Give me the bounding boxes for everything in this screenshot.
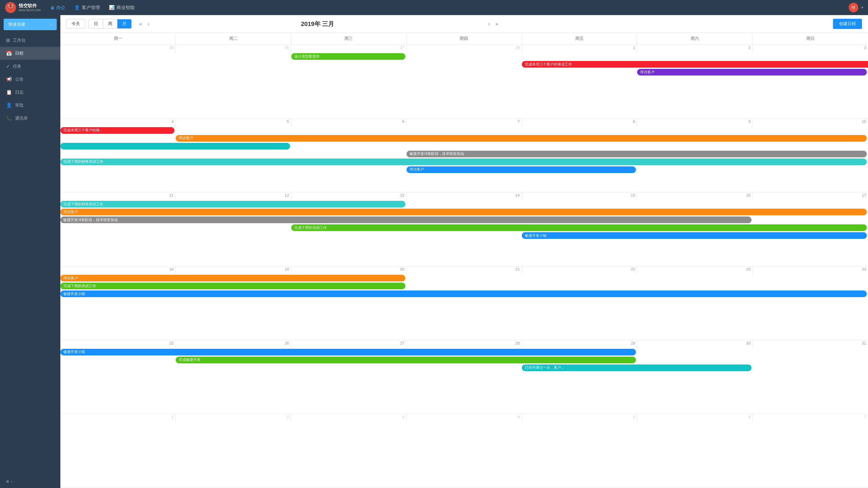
calendar-title: 2019年 三月 xyxy=(155,20,480,28)
contacts-icon: 📞 xyxy=(6,115,12,121)
event-bar-w2-e3[interactable]: 完成下周的培训工作 xyxy=(291,224,867,231)
calendar-week-5: 1234567 xyxy=(60,414,868,488)
date-num-w4-d1: 26 xyxy=(178,341,289,345)
date-num-w0-d4: 1 xyxy=(524,45,635,50)
logo-area: 悟空软件 www.5kcrm.com xyxy=(5,2,41,13)
customer-icon: 👤 xyxy=(74,5,80,10)
calendar-header: 今天 日 周 月 « ‹ 2019年 三月 › » 创建日程 xyxy=(60,15,868,33)
event-bar-w4-e2[interactable]: 已经沟通过一次，客户... xyxy=(522,365,751,371)
date-num-w1-d5: 9 xyxy=(639,119,750,124)
top-right: 悟 ▾ xyxy=(849,3,863,12)
date-num-w4-d6: 31 xyxy=(754,341,866,345)
events-layer-w5 xyxy=(60,422,868,449)
svg-point-5 xyxy=(12,5,13,6)
date-num-w1-d2: 6 xyxy=(293,119,404,124)
events-layer-w2: 完成下周的销售培训工作拜访客户敏捷开发冲刺阶段，技术研发加油完成下周的培训工作敏… xyxy=(60,200,868,227)
sidebar-item-diary[interactable]: 📋 日志 xyxy=(0,86,60,99)
date-num-w1-d4: 8 xyxy=(524,119,635,124)
event-bar-w2-e4[interactable]: 敏捷开发小组 xyxy=(522,232,867,239)
app-url: www.5kcrm.com xyxy=(19,8,41,12)
date-num-w3-d6: 24 xyxy=(754,267,866,271)
event-bar-w3-e1[interactable]: 完成下周的培训工作 xyxy=(60,283,405,289)
event-bar-w2-e1[interactable]: 拜访客户 xyxy=(60,209,867,215)
calendar-body: 25262728123设计原型图需求完成本周三个客户的推进工作拜访客户45678… xyxy=(60,45,868,488)
sidebar-item-tasks[interactable]: ✓ 任务 xyxy=(0,60,60,73)
schedule-icon: 📅 xyxy=(6,51,12,56)
event-bar-w0-e1[interactable]: 完成本周三个客户的推进工作 xyxy=(522,61,868,68)
event-bar-w1-e3[interactable]: 敏捷开发冲刺阶段，技术研发加油 xyxy=(406,151,867,157)
date-num-w4-d2: 27 xyxy=(293,341,404,345)
bi-icon: 📊 xyxy=(109,5,115,10)
quick-create-label: 快速创建 xyxy=(8,22,25,27)
weekday-sun: 周日 xyxy=(753,33,868,45)
date-num-w3-d4: 22 xyxy=(524,267,635,271)
date-num-w2-d3: 14 xyxy=(408,193,520,198)
date-num-w0-d0: 25 xyxy=(62,45,174,50)
date-num-w0-d6: 3 xyxy=(754,45,866,50)
contacts-label: 通讯录 xyxy=(15,116,28,121)
diary-label: 日志 xyxy=(15,90,24,95)
event-bar-w2-e0[interactable]: 完成下周的销售培训工作 xyxy=(60,201,405,207)
event-bar-w1-e1[interactable]: 拜访客户 xyxy=(176,135,867,142)
date-num-w3-d0: 18 xyxy=(62,267,174,271)
view-month-button[interactable]: 月 xyxy=(117,19,131,28)
date-num-w4-d5: 30 xyxy=(639,341,750,345)
diary-icon: 📋 xyxy=(6,89,12,95)
collapse-icon: ≡ xyxy=(6,479,9,484)
date-num-w2-d6: 17 xyxy=(754,193,866,198)
view-buttons: 日 周 月 xyxy=(89,19,132,29)
nav-item-office[interactable]: 🖥 办公 xyxy=(50,5,65,10)
create-schedule-button[interactable]: 创建日程 xyxy=(833,19,862,29)
view-day-button[interactable]: 日 xyxy=(89,19,103,28)
sidebar-collapse-button[interactable]: ≡ › xyxy=(0,475,60,488)
event-bar-w3-e2[interactable]: 敏捷开发小组 xyxy=(60,290,867,297)
sidebar-item-approval[interactable]: 👤 审批 xyxy=(0,99,60,112)
date-num-w5-d4: 5 xyxy=(524,414,635,419)
weekday-wed: 周三 xyxy=(291,33,406,45)
date-num-w0-d1: 26 xyxy=(178,45,289,50)
sidebar-item-workbench[interactable]: ⊞ 工作台 xyxy=(0,34,60,47)
event-bar-w1-e4[interactable]: 完成下周的销售培训工作 xyxy=(60,159,867,165)
approval-icon: 👤 xyxy=(6,103,12,108)
calendar-week-3: 18192021222324拜访客户完成下周的培训工作敏捷开发小组 xyxy=(60,266,868,340)
bi-label: 商业智能 xyxy=(117,5,134,10)
date-num-w0-d5: 2 xyxy=(639,45,750,50)
event-bar-w3-e0[interactable]: 拜访客户 xyxy=(60,275,405,282)
calendar-week-4: 25262728293031敏捷开发小组完成敏捷开发已经沟通过一次，客户... xyxy=(60,340,868,414)
next-button[interactable]: › xyxy=(487,20,492,27)
customer-label: 客户管理 xyxy=(82,5,100,10)
event-bar-w1-e5[interactable]: 拜访客户 xyxy=(406,166,636,173)
prev-prev-button[interactable]: « xyxy=(137,20,144,27)
office-icon: 🖥 xyxy=(50,5,54,10)
weekday-sat: 周六 xyxy=(637,33,752,45)
event-bar-w4-e0[interactable]: 敏捷开发小组 xyxy=(60,349,636,355)
date-num-w0-d2: 27 xyxy=(293,45,404,50)
chevron-right-icon: › xyxy=(51,22,52,27)
event-bar-w4-e1[interactable]: 完成敏捷开发 xyxy=(176,356,636,363)
event-bar-w0-e2[interactable]: 拜访客户 xyxy=(637,69,867,76)
weekday-header: 周一 周二 周三 周四 周五 周六 周日 xyxy=(60,33,868,45)
event-bar-w2-e2[interactable]: 敏捷开发冲刺阶段，技术研发加油 xyxy=(60,217,751,223)
date-num-w2-d4: 15 xyxy=(524,193,635,198)
date-num-w3-d3: 21 xyxy=(408,267,520,271)
event-bar-w1-e0[interactable]: 完成本周三个客户的推... xyxy=(60,127,175,134)
logo-icon xyxy=(5,2,16,13)
date-num-w5-d6: 7 xyxy=(754,414,866,419)
sidebar-item-announcements[interactable]: 📢 公告 xyxy=(0,73,60,86)
user-avatar[interactable]: 悟 xyxy=(849,3,858,12)
date-num-w1-d1: 5 xyxy=(178,119,289,124)
view-week-button[interactable]: 周 xyxy=(103,19,117,28)
quick-create-button[interactable]: 快速创建 › xyxy=(4,19,57,30)
events-layer-w3: 拜访客户完成下周的培训工作敏捷开发小组 xyxy=(60,274,868,301)
dropdown-arrow[interactable]: ▾ xyxy=(861,5,863,10)
prev-button[interactable]: ‹ xyxy=(146,20,151,27)
date-num-w1-d3: 7 xyxy=(408,119,520,124)
nav-item-bi[interactable]: 📊 商业智能 xyxy=(109,5,134,10)
next-next-button[interactable]: » xyxy=(494,20,500,27)
nav-item-customer[interactable]: 👤 客户管理 xyxy=(74,5,100,10)
today-button[interactable]: 今天 xyxy=(66,19,85,29)
event-bar-w0-e0[interactable]: 设计原型图需求 xyxy=(291,53,405,60)
event-bar-w1-e2[interactable] xyxy=(60,143,290,149)
sidebar-item-schedule[interactable]: 📅 日程 xyxy=(0,47,60,60)
sidebar-item-contacts[interactable]: 📞 通讯录 xyxy=(0,112,60,125)
